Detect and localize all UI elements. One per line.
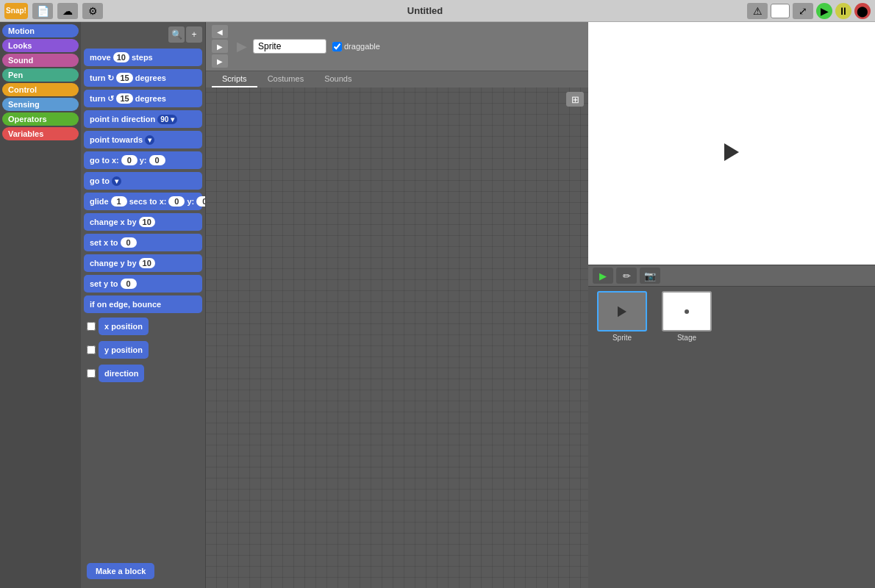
stage-thumb-image bbox=[662, 291, 712, 331]
sprite-name-input[interactable] bbox=[253, 39, 326, 54]
stage-area bbox=[588, 22, 875, 265]
block-direction[interactable]: direction bbox=[84, 363, 202, 384]
sprite-direction-indicator: ▶ bbox=[237, 38, 247, 54]
block-set-y[interactable]: set y to 0 bbox=[84, 275, 202, 293]
direction-checkbox[interactable] bbox=[87, 369, 96, 378]
stage-camera-button[interactable]: 📷 bbox=[640, 268, 660, 284]
right-controls: ⚠ ⤢ ▶ ⏸ ⬤ bbox=[747, 3, 871, 19]
block-change-x[interactable]: change x by 10 bbox=[84, 213, 202, 231]
tab-sounds[interactable]: Sounds bbox=[314, 71, 362, 87]
block-point-direction[interactable]: point in direction 90 ▾ bbox=[84, 110, 202, 128]
cat-control[interactable]: Control bbox=[2, 83, 79, 96]
grid-toggle-button[interactable]: ⊞ bbox=[566, 92, 584, 107]
block-point-towards[interactable]: point towards ▾ bbox=[84, 131, 202, 148]
tab-costumes[interactable]: Costumes bbox=[257, 71, 315, 87]
stage-thumb-dot bbox=[685, 309, 689, 314]
cat-motion[interactable]: Motion bbox=[2, 24, 79, 37]
cat-looks[interactable]: Looks bbox=[2, 39, 79, 52]
topbar: Snap! 📄 ☁ ⚙ Untitled ⚠ ⤢ ▶ ⏸ ⬤ bbox=[0, 0, 875, 22]
cat-sensing[interactable]: Sensing bbox=[2, 98, 79, 111]
stage-play-button[interactable]: ▶ bbox=[593, 268, 613, 284]
panel-right-arrow[interactable]: ▶ bbox=[212, 40, 228, 53]
tab-scripts[interactable]: Scripts bbox=[212, 71, 257, 87]
cat-pen[interactable]: Pen bbox=[2, 68, 79, 82]
sprite-header: ◀ ▶ ▶ ▶ draggable bbox=[206, 22, 588, 71]
add-block-button[interactable]: + bbox=[186, 26, 202, 43]
stop-button[interactable]: ⬤ bbox=[854, 3, 871, 19]
draggable-checkbox[interactable] bbox=[332, 42, 342, 51]
make-block-button[interactable]: Make a block bbox=[87, 563, 154, 579]
block-set-x[interactable]: set x to 0 bbox=[84, 234, 202, 251]
categories-panel: Motion Looks Sound Pen Control Sensing O… bbox=[0, 22, 81, 588]
app-logo[interactable]: Snap! bbox=[4, 3, 28, 19]
new-file-icon[interactable]: 📄 bbox=[32, 3, 53, 19]
left-panel: Motion Looks Sound Pen Control Sensing O… bbox=[0, 22, 206, 588]
settings-icon[interactable]: ⚙ bbox=[82, 3, 103, 19]
block-move[interactable]: move 10 steps bbox=[84, 49, 202, 66]
panel-left-arrow[interactable]: ◀ bbox=[212, 25, 228, 38]
stage-thumb-label: Stage bbox=[677, 334, 696, 342]
right-panel: ▶ ✏ 📷 Sprite Stage bbox=[588, 22, 875, 588]
draggable-label: draggable bbox=[344, 42, 380, 51]
alert-icon[interactable]: ⚠ bbox=[747, 3, 768, 19]
block-turn-ccw[interactable]: turn ↺ 15 degrees bbox=[84, 90, 202, 107]
draggable-checkbox-container: draggable bbox=[332, 42, 380, 51]
block-y-position[interactable]: y position bbox=[84, 340, 202, 360]
scripts-canvas[interactable]: ⊞ bbox=[206, 87, 588, 588]
sprite-thumbnail-sprite[interactable]: Sprite bbox=[593, 291, 651, 342]
search-blocks-button[interactable]: 🔍 bbox=[168, 26, 185, 43]
sprite-thumb-label: Sprite bbox=[612, 334, 632, 342]
sprites-panel: Sprite Stage bbox=[588, 287, 875, 588]
cat-operators[interactable]: Operators bbox=[2, 112, 79, 126]
block-glide[interactable]: glide 1 secs to x: 0 y: 0 bbox=[84, 193, 202, 210]
app-title: Untitled bbox=[107, 5, 743, 16]
pause-button[interactable]: ⏸ bbox=[835, 3, 851, 19]
script-tabs: Scripts Costumes Sounds bbox=[206, 71, 588, 87]
sprite-thumb-arrow bbox=[618, 306, 626, 316]
block-turn-cw[interactable]: turn ↻ 15 degrees bbox=[84, 69, 202, 87]
block-goto-xy[interactable]: go to x: 0 y: 0 bbox=[84, 151, 202, 169]
cloud-icon[interactable]: ☁ bbox=[57, 3, 78, 19]
expand-icon[interactable]: ⤢ bbox=[793, 3, 813, 19]
search-area: 🔍 + bbox=[84, 26, 202, 43]
blocks-panel: 🔍 + move 10 steps turn ↻ 15 degrees turn… bbox=[81, 22, 206, 588]
stage-canvas bbox=[588, 22, 875, 265]
sprite-thumb-image bbox=[597, 291, 647, 331]
block-change-y[interactable]: change y by 10 bbox=[84, 254, 202, 272]
stage-sprite bbox=[724, 143, 739, 161]
block-x-position[interactable]: x position bbox=[84, 316, 202, 337]
stage-controls: ▶ ✏ 📷 bbox=[588, 265, 875, 287]
scripts-area: ◀ ▶ ▶ ▶ draggable Scripts Costumes Sound… bbox=[206, 22, 588, 588]
block-bounce[interactable]: if on edge, bounce bbox=[84, 295, 202, 313]
green-flag-button[interactable]: ▶ bbox=[816, 3, 832, 19]
sprite-thumbnail-stage[interactable]: Stage bbox=[657, 291, 716, 342]
x-position-checkbox[interactable] bbox=[87, 322, 96, 331]
block-goto[interactable]: go to ▾ bbox=[84, 172, 202, 190]
fullscreen-icon[interactable] bbox=[771, 4, 790, 18]
panel-right-arrow2[interactable]: ▶ bbox=[212, 54, 228, 68]
main-layout: Motion Looks Sound Pen Control Sensing O… bbox=[0, 22, 875, 588]
y-position-checkbox[interactable] bbox=[87, 345, 96, 354]
cat-variables[interactable]: Variables bbox=[2, 127, 79, 140]
cat-sound[interactable]: Sound bbox=[2, 54, 79, 67]
stage-edit-button[interactable]: ✏ bbox=[616, 268, 637, 284]
stage-sprite-arrow bbox=[724, 143, 739, 161]
